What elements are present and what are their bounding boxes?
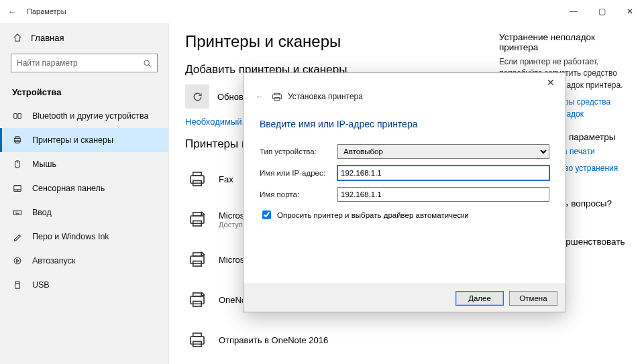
- svg-rect-13: [193, 172, 202, 176]
- dialog-body: Введите имя или IP-адрес принтера Тип ус…: [244, 101, 566, 284]
- sidebar-item-mouse[interactable]: Мышь: [0, 152, 168, 176]
- portname-row: Имя порта:: [260, 187, 549, 202]
- autodetect-checkbox[interactable]: [262, 210, 271, 219]
- svg-rect-8: [13, 210, 21, 215]
- pen-icon: [12, 231, 23, 242]
- sidebar-item-bluetooth[interactable]: Bluetooth и другие устройства: [0, 104, 168, 128]
- portname-label: Имя порта:: [260, 190, 337, 198]
- autoplay-icon: [12, 255, 23, 266]
- svg-point-9: [14, 257, 21, 264]
- printer-device-icon: [185, 167, 209, 191]
- mouse-icon: [12, 159, 23, 170]
- printer-name: Fax: [219, 174, 233, 184]
- sidebar-heading: Устройства: [0, 83, 168, 104]
- svg-rect-4: [15, 137, 19, 139]
- next-button[interactable]: Далее: [455, 291, 504, 306]
- dialog-footer: Далее Отмена: [244, 284, 566, 312]
- sidebar-item-pen[interactable]: Перо и Windows Ink: [0, 225, 168, 249]
- sidebar-item-label: Мышь: [32, 160, 56, 169]
- sidebar-item-label: USB: [32, 280, 50, 290]
- printer-name: Отправить в OneNote 2016: [219, 335, 328, 345]
- dialog-header: ← Установка принтера: [244, 92, 566, 101]
- autodetect-checkbox-row[interactable]: Опросить принтер и выбрать драйвер автом…: [260, 208, 549, 221]
- svg-rect-27: [273, 95, 282, 99]
- dialog-close-button[interactable]: ✕: [540, 77, 561, 88]
- bluetooth-icon: [12, 111, 23, 121]
- svg-rect-2: [18, 114, 21, 119]
- dialog-titlebar: ✕: [244, 73, 566, 92]
- device-type-row: Тип устройства: Автовыбор: [260, 144, 549, 159]
- sidebar-item-label: Bluetooth и другие устройства: [32, 111, 148, 121]
- touchpad-icon: [12, 183, 23, 194]
- printer-device-icon: [185, 207, 209, 231]
- svg-rect-19: [193, 253, 202, 256]
- minimize-button[interactable]: —: [559, 1, 588, 21]
- sidebar-item-label: Сенсорная панель: [32, 184, 105, 193]
- svg-rect-22: [193, 293, 202, 296]
- dialog-wizard-title: Установка принтера: [288, 92, 363, 101]
- printer-device-icon: [185, 328, 209, 352]
- sidebar-item-autoplay[interactable]: Автозапуск: [0, 249, 168, 273]
- sidebar-item-label: Ввод: [32, 208, 52, 217]
- close-button[interactable]: ✕: [616, 1, 644, 21]
- titlebar: ← Параметры — ▢ ✕: [0, 0, 644, 23]
- back-button[interactable]: ←: [0, 7, 24, 17]
- troubleshoot-heading: Устранение неполадок принтера: [499, 32, 628, 52]
- sidebar-search[interactable]: Найти параметр: [11, 54, 158, 72]
- window-title: Параметры: [27, 7, 66, 15]
- svg-rect-16: [193, 213, 202, 216]
- printer-icon: [12, 135, 23, 145]
- maximize-button[interactable]: ▢: [588, 1, 616, 21]
- autodetect-label: Опросить принтер и выбрать драйвер автом…: [277, 211, 469, 219]
- svg-rect-28: [274, 93, 280, 95]
- device-type-select[interactable]: Автовыбор: [337, 144, 549, 159]
- printer-item[interactable]: Отправить в OneNote 2016: [185, 320, 487, 360]
- sidebar: Главная Найти параметр Устройства Blueto…: [0, 23, 169, 364]
- refresh-icon: [192, 91, 203, 103]
- printer-device-icon: [185, 288, 209, 312]
- svg-rect-1: [14, 114, 17, 119]
- home-icon: [12, 32, 23, 43]
- refresh-button[interactable]: [185, 84, 209, 109]
- window-controls: — ▢ ✕: [559, 1, 644, 21]
- sidebar-item-label: Автозапуск: [32, 256, 75, 265]
- hostname-label: Имя или IP-адрес:: [260, 169, 337, 177]
- dialog-title: Введите имя или IP-адрес принтера: [260, 119, 549, 129]
- hostname-input[interactable]: [337, 166, 549, 180]
- printer-wizard-icon: [272, 92, 282, 101]
- sidebar-item-label: Перо и Windows Ink: [32, 232, 109, 241]
- usb-icon: [12, 280, 23, 290]
- keyboard-icon: [12, 207, 23, 218]
- sidebar-item-usb[interactable]: USB: [0, 273, 168, 297]
- dialog-back-icon[interactable]: ←: [256, 92, 264, 101]
- add-printer-dialog: ✕ ← Установка принтера Введите имя или I…: [243, 72, 566, 312]
- sidebar-home[interactable]: Главная: [0, 27, 168, 48]
- portname-input[interactable]: [337, 187, 549, 202]
- sidebar-item-touchpad[interactable]: Сенсорная панель: [0, 176, 168, 200]
- svg-point-0: [144, 60, 149, 65]
- sidebar-item-label: Принтеры и сканеры: [32, 135, 113, 145]
- cancel-button[interactable]: Отмена: [509, 291, 557, 306]
- sidebar-home-label: Главная: [31, 33, 64, 43]
- device-type-label: Тип устройства:: [260, 147, 337, 156]
- svg-rect-25: [193, 333, 202, 337]
- sidebar-item-printers[interactable]: Принтеры и сканеры: [0, 128, 168, 152]
- search-placeholder: Найти параметр: [17, 58, 78, 68]
- page-title: Принтеры и сканеры: [185, 32, 487, 51]
- hostname-row: Имя или IP-адрес:: [260, 166, 549, 180]
- svg-rect-11: [15, 284, 20, 288]
- search-icon: [143, 59, 152, 68]
- sidebar-item-typing[interactable]: Ввод: [0, 200, 168, 225]
- printer-device-icon: [185, 247, 209, 271]
